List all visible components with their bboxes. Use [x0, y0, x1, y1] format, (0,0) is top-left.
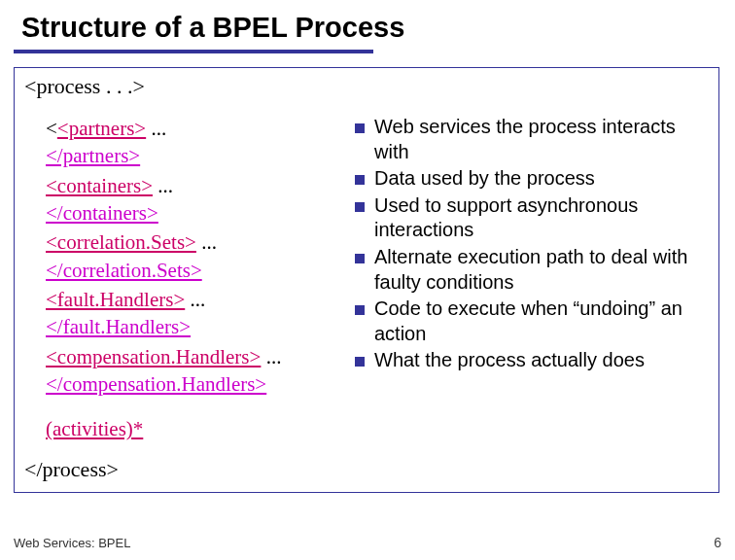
bullet-item: Web services the process interacts with: [355, 115, 709, 164]
xml-element: <<partners> ... </partners>: [46, 115, 345, 170]
xml-element: <compensation.Handlers> ... </compensati…: [46, 343, 345, 399]
square-bullet-icon: [355, 357, 365, 367]
content-box: <process . . .> <<partners> ... </partne…: [14, 67, 719, 493]
bullet-text: Data used by the process: [374, 166, 709, 192]
bullet-text: What the process actually does: [374, 348, 709, 373]
square-bullet-icon: [355, 254, 365, 263]
two-columns: <<partners> ... </partners> <containers>…: [24, 115, 709, 443]
title-underline: [14, 50, 373, 53]
bullet-item: Alternate execution path to deal with fa…: [355, 245, 709, 295]
bullet-item: Code to execute when “undoing” an action: [355, 297, 709, 346]
bullet-item: Data used by the process: [355, 166, 709, 192]
bullet-text: Alternate execution path to deal with fa…: [374, 245, 709, 295]
xml-element: <correlation.Sets> ... </correlation.Set…: [46, 228, 345, 284]
bullet-text: Code to execute when “undoing” an action: [374, 297, 709, 346]
footer-text: Web Services: BPEL: [14, 536, 130, 550]
xml-element: <fault.Handlers> ... </fault.Handlers>: [46, 286, 345, 341]
activities-label: (activities)*: [46, 415, 143, 442]
bullet-item: Used to support asynchronous interaction…: [355, 193, 709, 243]
bullet-text: Used to support asynchronous interaction…: [374, 193, 709, 243]
square-bullet-icon: [355, 202, 365, 212]
slide-title: Structure of a BPEL Process: [0, 0, 735, 50]
bullet-item: What the process actually does: [355, 348, 709, 373]
square-bullet-icon: [355, 175, 365, 185]
bullets-column: Web services the process interacts with …: [355, 115, 709, 443]
xml-column: <<partners> ... </partners> <containers>…: [24, 115, 345, 443]
square-bullet-icon: [355, 123, 365, 133]
process-close-tag: </process>: [24, 457, 709, 482]
page-number: 6: [714, 535, 721, 550]
bullet-text: Web services the process interacts with: [374, 115, 709, 164]
process-open-tag: <process . . .>: [24, 74, 709, 99]
square-bullet-icon: [355, 305, 365, 315]
xml-element: <containers> ... </containers>: [46, 172, 345, 228]
